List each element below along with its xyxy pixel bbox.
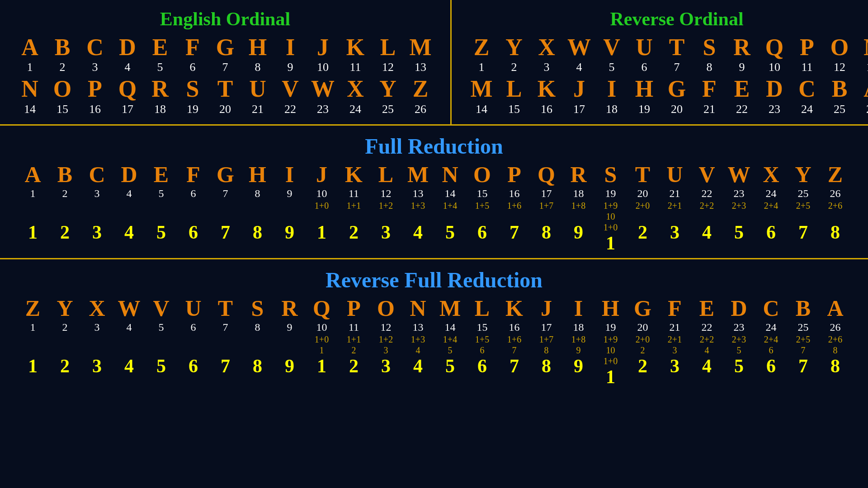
fr-cell-I: I 9 9 [274, 162, 306, 253]
alpha-cell-Z: Z26 [404, 76, 437, 116]
rfr-cell-B: B 25 2+5 7 7 [787, 296, 819, 387]
rev-alpha-cell-T: T7 [660, 34, 693, 74]
fr-cell-D: D 4 4 [113, 162, 145, 253]
rev-alpha-cell-J: J17 [563, 76, 595, 116]
top-section: English Ordinal A1 B2 C3 D4 E5 F6 G7 H8 … [0, 0, 868, 126]
fr-cell-X: X 24 2+4 6 [755, 162, 787, 253]
alpha-cell-F: F6 [176, 34, 209, 74]
alpha-cell-S: S19 [176, 76, 209, 116]
rev-alpha-cell-P: P11 [791, 34, 823, 74]
rfr-cell-X: X 3 3 [81, 296, 113, 387]
rev-alpha-cell-U: U6 [628, 34, 660, 74]
rfr-cell-E: E 22 2+2 4 4 [691, 296, 723, 387]
fr-cell-F: F 6 6 [177, 162, 209, 253]
rfr-cell-K: K 16 1+6 7 7 [498, 296, 530, 387]
rfr-cell-L: L 15 1+5 6 6 [466, 296, 498, 387]
fr-cell-E: E 5 5 [145, 162, 177, 253]
fr-cell-O: O 15 1+5 6 [466, 162, 498, 253]
rev-alpha-cell-X: X3 [530, 34, 563, 74]
alpha-cell-E: E5 [144, 34, 176, 74]
rev-alpha-cell-A: A26 [856, 76, 868, 116]
alpha-cell-H: H8 [241, 34, 274, 74]
rfr-cell-H: H 19 1+9 10 1+0 1 [594, 296, 627, 387]
rfr-cell-S: S 8 8 [241, 296, 274, 387]
alpha-cell-L: L12 [372, 34, 404, 74]
fr-cell-C: C 3 3 [81, 162, 113, 253]
fr-cell-U: U 21 2+1 3 [659, 162, 691, 253]
fr-cell-R: R 18 1+8 9 [562, 162, 594, 253]
alpha-cell-G: G7 [209, 34, 241, 74]
fr-cell-M: M 13 1+3 4 [402, 162, 434, 253]
alpha-cell-C: C3 [79, 34, 111, 74]
rfr-cell-Y: Y 2 2 [49, 296, 81, 387]
fr-cell-Q: Q 17 1+7 8 [530, 162, 562, 253]
rfr-cell-R: R 9 9 [274, 296, 306, 387]
rfr-cell-J: J 17 1+7 8 8 [530, 296, 562, 387]
alpha-cell-W: W23 [307, 76, 339, 116]
rev-alpha-cell-I: I18 [595, 76, 628, 116]
rev-alpha-cell-D: D23 [758, 76, 791, 116]
rfr-cell-U: U 6 6 [177, 296, 209, 387]
rev-alpha-cell-M: M14 [465, 76, 498, 116]
alpha-cell-O: O15 [46, 76, 79, 116]
fr-cell-Y: Y 25 2+5 7 [787, 162, 819, 253]
rev-alpha-cell-R: R9 [726, 34, 758, 74]
rev-alpha-cell-L: L15 [498, 76, 530, 116]
fr-cell-H: H 8 8 [241, 162, 274, 253]
rev-alpha-cell-Q: Q10 [758, 34, 791, 74]
rev-alpha-cell-Y: Y2 [498, 34, 530, 74]
rfr-cell-T: T 7 7 [209, 296, 241, 387]
fr-cell-V: V 22 2+2 4 [691, 162, 723, 253]
rfr-cell-M: M 14 1+4 5 5 [434, 296, 466, 387]
rfr-cell-Z: Z 1 1 [17, 296, 49, 387]
fr-cell-W: W 23 2+3 5 [723, 162, 755, 253]
rev-alpha-cell-V: V5 [595, 34, 628, 74]
rev-alpha-cell-N: N13 [856, 34, 868, 74]
reverse-full-reduction-section: Reverse Full Reduction Z 1 1 Y 2 2 X 3 3… [0, 259, 868, 392]
reverse-full-reduction-title: Reverse Full Reduction [9, 267, 859, 292]
rfr-cell-O: O 12 1+2 3 3 [370, 296, 402, 387]
reverse-ordinal-panel: Reverse Ordinal Z1 Y2 X3 W4 V5 U6 T7 S8 … [452, 0, 868, 124]
rev-alpha-cell-K: K16 [530, 76, 563, 116]
rfr-cell-V: V 5 5 [145, 296, 177, 387]
english-ordinal-title: English Ordinal [14, 8, 437, 30]
alpha-cell-X: X24 [339, 76, 372, 116]
rev-alpha-cell-H: H19 [628, 76, 660, 116]
rfr-cell-I: I 18 1+8 9 9 [562, 296, 594, 387]
rev-alpha-cell-Z: Z1 [465, 34, 498, 74]
alpha-cell-R: R18 [144, 76, 176, 116]
alpha-cell-K: K11 [339, 34, 372, 74]
rfr-cell-Q: Q 10 1+0 1 1 [306, 296, 338, 387]
rfr-cell-C: C 24 2+4 6 6 [755, 296, 787, 387]
reverse-ordinal-title: Reverse Ordinal [465, 8, 868, 30]
rfr-cell-W: W 4 4 [113, 296, 145, 387]
alpha-cell-A: A1 [14, 34, 46, 74]
alpha-cell-D: D4 [111, 34, 144, 74]
fr-cell-G: G 7 7 [209, 162, 241, 253]
fr-cell-P: P 16 1+6 7 [498, 162, 530, 253]
rev-alpha-cell-W: W4 [563, 34, 595, 74]
rfr-cell-D: D 23 2+3 5 5 [723, 296, 755, 387]
rev-alpha-cell-G: G20 [660, 76, 693, 116]
rfr-cell-N: N 13 1+3 4 4 [402, 296, 434, 387]
alpha-cell-Q: Q17 [111, 76, 144, 116]
rfr-cell-F: F 21 2+1 3 3 [659, 296, 691, 387]
alpha-cell-P: P16 [79, 76, 111, 116]
rfr-cell-G: G 20 2+0 2 2 [627, 296, 659, 387]
alpha-cell-U: U21 [241, 76, 274, 116]
alpha-cell-N: N14 [14, 76, 46, 116]
fr-cell-L: L 12 1+2 3 [370, 162, 402, 253]
fr-cell-A: A 1 1 [17, 162, 49, 253]
rev-alpha-cell-B: B25 [823, 76, 856, 116]
alpha-cell-Y: Y25 [372, 76, 404, 116]
full-reduction-section: Full Reduction A 1 1 B 2 2 C 3 3 D 4 [0, 126, 868, 259]
alpha-cell-V: V22 [274, 76, 307, 116]
alpha-cell-M: M13 [404, 34, 437, 74]
fr-cell-N: N 14 1+4 5 [434, 162, 466, 253]
fr-cell-J: J 10 1+0 1 [306, 162, 338, 253]
english-ordinal-panel: English Ordinal A1 B2 C3 D4 E5 F6 G7 H8 … [0, 0, 452, 124]
alpha-cell-B: B2 [46, 34, 79, 74]
rev-alpha-cell-O: O12 [823, 34, 856, 74]
rfr-cell-A: A 26 2+6 8 8 [819, 296, 851, 387]
rev-alpha-cell-E: E22 [726, 76, 758, 116]
